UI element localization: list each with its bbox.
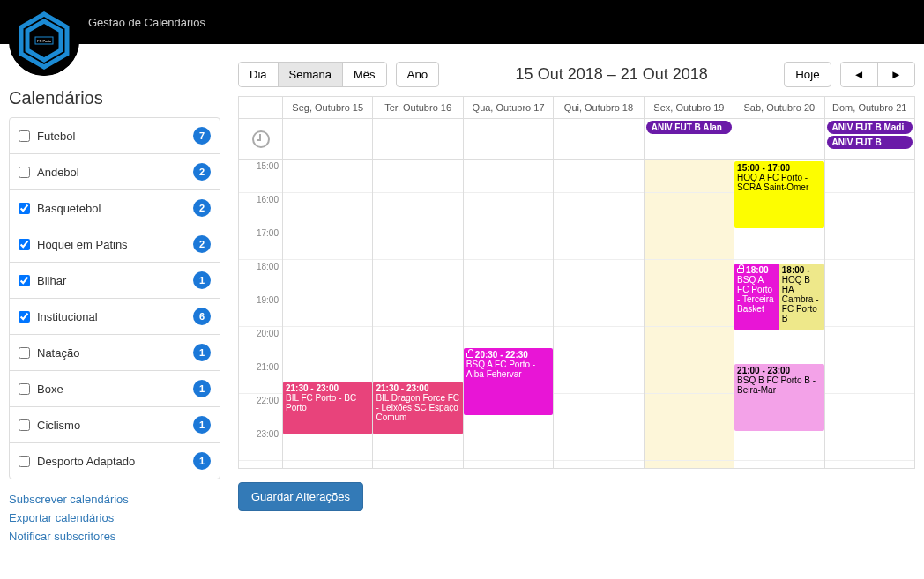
event-time: 15:00 - 17:00	[737, 163, 821, 173]
calendar-label: Institucional	[37, 310, 193, 323]
calendar-event[interactable]: 21:30 - 23:00BIL FC Porto - BC Porto	[283, 382, 372, 434]
fcporto-logo-icon: FC Porto	[9, 5, 79, 76]
calendar-checkbox[interactable]	[19, 311, 30, 323]
calendar-item[interactable]: Andebol 2	[10, 153, 220, 189]
event-time: 20:30 - 22:30	[466, 350, 550, 360]
calendar-label: Boxe	[37, 382, 193, 396]
today-button[interactable]: Hoje	[784, 62, 831, 87]
calendar-label: Bilhar	[37, 274, 193, 287]
calendar-count-badge: 2	[193, 163, 211, 181]
allday-cell[interactable]	[554, 119, 644, 159]
calendar-checkbox[interactable]	[19, 275, 30, 286]
allday-cell[interactable]	[283, 119, 373, 159]
lock-icon	[466, 353, 473, 358]
calendar-label: Andebol	[37, 166, 193, 179]
calendar-item[interactable]: Institucional 6	[10, 298, 220, 334]
next-button[interactable]: ►	[877, 63, 914, 86]
event-title: BSQ A FC Porto - Alba Fehervar	[466, 360, 535, 379]
view-day[interactable]: Dia	[239, 63, 278, 86]
time-label: 16:00	[239, 193, 282, 226]
allday-cell[interactable]: ANIV FUT B Alan	[645, 119, 734, 159]
allday-axis	[239, 119, 283, 159]
calendar-event[interactable]: 20:30 - 22:30BSQ A FC Porto - Alba Feher…	[464, 348, 553, 415]
save-button[interactable]: Guardar Alterações	[238, 482, 363, 511]
prev-button[interactable]: ◄	[841, 63, 877, 86]
day-columns: 21:30 - 23:00BIL FC Porto - BC Porto21:3…	[283, 160, 914, 468]
calendar-label: Desporto Adaptado	[37, 455, 193, 468]
calendar-event[interactable]: 18:00 - HOQ B HA Cambra - FC Porto B	[779, 264, 824, 330]
calendar-checkbox[interactable]	[19, 383, 30, 395]
day-column[interactable]: 21:30 - 23:00BIL Dragon Force FC - Leixõ…	[373, 160, 463, 468]
allday-cell[interactable]: ANIV FUT B MadiANIV FUT B	[825, 119, 914, 159]
lock-icon	[737, 268, 744, 273]
sidebar-links: Subscrever calendários Exportar calendár…	[9, 493, 220, 543]
time-label: 18:00	[239, 260, 282, 293]
calendar-checkbox[interactable]	[19, 456, 30, 467]
day-column[interactable]: 21:30 - 23:00BIL FC Porto - BC Porto	[283, 160, 373, 468]
time-label: 19:00	[239, 293, 282, 327]
time-label: 22:00	[239, 394, 282, 427]
day-header: Qua, Outubro 17	[464, 97, 554, 118]
allday-cell[interactable]	[464, 119, 554, 159]
time-axis: 15:0016:0017:0018:0019:0020:0021:0022:00…	[239, 160, 283, 468]
allday-cell[interactable]	[373, 119, 463, 159]
calendar-count-badge: 1	[193, 452, 211, 470]
axis-spacer	[239, 97, 283, 118]
day-column[interactable]	[825, 160, 914, 468]
calendar-checkbox[interactable]	[19, 167, 30, 178]
calendar-header: Seg, Outubro 15Ter, Outubro 16Qua, Outub…	[239, 97, 914, 119]
calendar-item[interactable]: Ciclismo 1	[10, 406, 220, 442]
calendar-event[interactable]: 18:00BSQ A FC Porto - Terceira Basket	[734, 264, 779, 330]
allday-row: ANIV FUT B AlanANIV FUT B MadiANIV FUT B	[239, 119, 914, 160]
day-header: Seg, Outubro 15	[283, 97, 373, 118]
calendar-item[interactable]: Hóquei em Patins 2	[10, 226, 220, 262]
day-column[interactable]: 20:30 - 22:30BSQ A FC Porto - Alba Feher…	[464, 160, 554, 468]
day-column[interactable]	[645, 160, 734, 468]
calendar-checkbox[interactable]	[19, 239, 30, 250]
clock-icon	[252, 130, 270, 148]
calendar-item[interactable]: Bilhar 1	[10, 262, 220, 298]
footer: © 2018 - FC Porto	[0, 575, 924, 579]
calendar-item[interactable]: Natação 1	[10, 334, 220, 370]
timegrid[interactable]: 15:0016:0017:0018:0019:0020:0021:0022:00…	[239, 160, 914, 468]
link-notify[interactable]: Notificar subscritores	[9, 530, 220, 543]
link-export[interactable]: Exportar calendários	[9, 511, 220, 524]
day-header: Qui, Outubro 18	[554, 97, 644, 118]
allday-event[interactable]: ANIV FUT B Alan	[646, 121, 732, 134]
logo[interactable]: FC Porto	[9, 5, 79, 76]
event-title: HOQ A FC Porto - SCRA Saint-Omer	[737, 173, 808, 192]
calendar-count-badge: 1	[193, 380, 211, 397]
calendar-checkbox[interactable]	[19, 203, 30, 214]
calendar-checkbox[interactable]	[19, 130, 30, 142]
event-time: 21:00 - 23:00	[737, 366, 821, 375]
calendar-list: Futebol 7 Andebol 2 Basquetebol 2 Hóquei…	[9, 117, 220, 479]
link-subscribe[interactable]: Subscrever calendários	[9, 493, 220, 506]
view-month[interactable]: Mês	[342, 63, 386, 86]
allday-event[interactable]: ANIV FUT B	[827, 136, 913, 149]
sidebar: Calendários Futebol 7 Andebol 2 Basquete…	[9, 53, 220, 548]
day-header: Dom, Outubro 21	[825, 97, 914, 118]
calendar-item[interactable]: Basquetebol 2	[10, 189, 220, 226]
sidebar-title: Calendários	[9, 88, 220, 108]
calendar-count-badge: 2	[193, 199, 211, 217]
calendar-checkbox[interactable]	[19, 347, 30, 359]
calendar-item[interactable]: Futebol 7	[10, 118, 220, 153]
calendar-event[interactable]: 21:30 - 23:00BIL Dragon Force FC - Leixõ…	[373, 382, 462, 434]
event-title: BIL FC Porto - BC Porto	[286, 393, 356, 412]
calendar-checkbox[interactable]	[19, 419, 30, 431]
day-column[interactable]: 15:00 - 17:00HOQ A FC Porto - SCRA Saint…	[734, 160, 824, 468]
event-time: 21:30 - 23:00	[286, 383, 369, 393]
calendar-event[interactable]: 15:00 - 17:00HOQ A FC Porto - SCRA Saint…	[734, 161, 823, 228]
allday-event[interactable]: ANIV FUT B Madi	[827, 121, 913, 134]
day-column[interactable]	[554, 160, 644, 468]
view-year[interactable]: Ano	[396, 62, 440, 87]
calendar-item[interactable]: Desporto Adaptado 1	[10, 442, 220, 479]
view-week[interactable]: Semana	[278, 63, 342, 86]
calendar-label: Natação	[37, 346, 193, 360]
calendar-event[interactable]: 21:00 - 23:00BSQ B FC Porto B - Beira-Ma…	[734, 364, 823, 431]
allday-cell[interactable]	[734, 119, 824, 159]
calendar: Seg, Outubro 15Ter, Outubro 16Qua, Outub…	[238, 96, 915, 469]
nav-buttons: ◄ ►	[840, 62, 915, 87]
calendar-item[interactable]: Boxe 1	[10, 370, 220, 406]
svg-text:FC Porto: FC Porto	[37, 39, 52, 43]
